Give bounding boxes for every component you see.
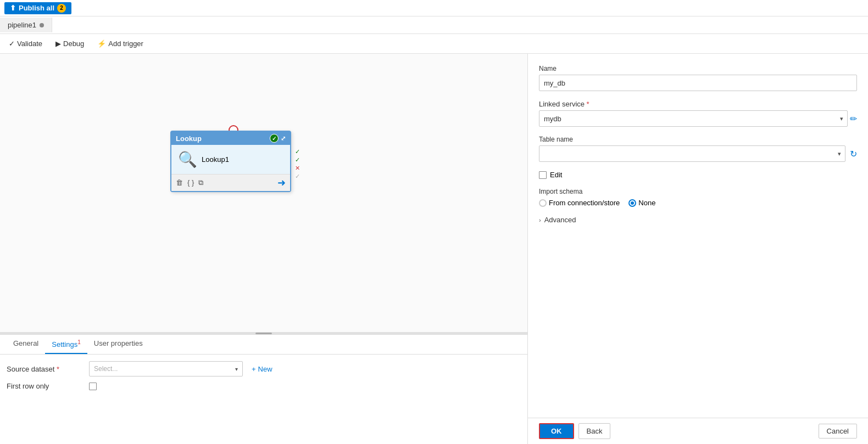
pipeline-canvas: Lookup ✓ ⤢ 🔍 Lookup1 🗑 { } ⧉ xyxy=(0,54,527,334)
lookup-node-body: 🔍 Lookup1 xyxy=(171,145,290,174)
first-row-only-label: First row only xyxy=(7,382,84,390)
tab-general-label: General xyxy=(13,339,38,347)
cancel-button[interactable]: Cancel xyxy=(819,424,857,439)
name-field: Name xyxy=(539,65,857,91)
expand-icon: ⤢ xyxy=(281,135,286,142)
import-schema-label: Import schema xyxy=(539,188,857,195)
refresh-icon[interactable]: ↻ xyxy=(850,149,857,159)
name-label: Name xyxy=(539,65,857,72)
source-dataset-placeholder: Select... xyxy=(94,365,118,373)
publish-all-label: Publish all xyxy=(19,4,54,12)
name-input[interactable] xyxy=(539,75,857,91)
import-schema-section: Import schema From connection/store None xyxy=(539,188,857,207)
first-row-only-checkbox[interactable] xyxy=(89,383,97,390)
new-label: New xyxy=(258,365,272,373)
table-name-label: Table name xyxy=(539,136,857,143)
canvas-area: Lookup ✓ ⤢ 🔍 Lookup1 🗑 { } ⧉ xyxy=(0,54,527,444)
lookup-node-header-icons: ✓ ⤢ xyxy=(270,134,286,143)
linked-service-select-wrapper: mydb xyxy=(539,110,848,127)
radio-from-connection-label: From connection/store xyxy=(549,199,620,207)
add-trigger-label: Add trigger xyxy=(108,40,143,48)
lookup-node-header-left: Lookup xyxy=(176,134,202,143)
publish-badge: 2 xyxy=(57,4,66,13)
lookup-node-toolbar: 🗑 { } ⧉ ➜ xyxy=(171,174,290,191)
bottom-content: Source dataset * Select... ▾ + New First… xyxy=(0,355,527,402)
plus-icon: + xyxy=(252,365,256,373)
linked-service-wrapper: mydb ✏ xyxy=(539,110,857,127)
radio-none-circle xyxy=(628,199,636,207)
table-name-wrapper: ↻ xyxy=(539,145,857,162)
main-content: Lookup ✓ ⤢ 🔍 Lookup1 🗑 { } ⧉ xyxy=(0,54,868,444)
footer-left: OK Back xyxy=(539,423,610,439)
back-button[interactable]: Back xyxy=(578,423,611,439)
radio-none-label: None xyxy=(638,199,655,207)
ok-button[interactable]: OK xyxy=(539,423,574,439)
lookup-node-header: Lookup ✓ ⤢ xyxy=(171,132,290,145)
first-row-only-row: First row only xyxy=(7,382,521,390)
check-icon: ✓ xyxy=(270,134,279,143)
node-arrow-icon[interactable]: ➜ xyxy=(277,177,286,189)
copy-icon[interactable]: ⧉ xyxy=(198,178,203,187)
source-dataset-row: Source dataset * Select... ▾ + New xyxy=(7,361,521,376)
advanced-label: Advanced xyxy=(544,216,576,224)
right-panel-footer: OK Back Cancel xyxy=(528,418,868,444)
tab-user-properties[interactable]: User properties xyxy=(87,335,149,354)
edit-checkbox[interactable] xyxy=(539,171,547,179)
edit-label: Edit xyxy=(550,171,562,179)
validate-label: Validate xyxy=(17,40,42,48)
chevron-right-icon: › xyxy=(539,217,541,223)
trigger-icon: ⚡ xyxy=(97,40,106,48)
advanced-row[interactable]: › Advanced xyxy=(539,216,857,224)
tab-general[interactable]: General xyxy=(7,335,45,354)
code-icon[interactable]: { } xyxy=(187,178,194,187)
radio-from-connection[interactable]: From connection/store xyxy=(539,199,620,207)
add-trigger-button[interactable]: ⚡ Add trigger xyxy=(95,38,146,49)
edit-linked-service-icon[interactable]: ✏ xyxy=(850,114,857,124)
side-x-icon: ✕ xyxy=(295,165,300,172)
linked-service-select[interactable]: mydb xyxy=(539,110,848,127)
lookup-node[interactable]: Lookup ✓ ⤢ 🔍 Lookup1 🗑 { } ⧉ xyxy=(170,131,291,192)
lookup-magnifier-icon: 🔍 xyxy=(178,150,197,168)
pipeline-tab-name: pipeline1 xyxy=(8,21,36,29)
side-check-icon: ✓ xyxy=(295,148,300,155)
side-skip-icon: ✓ xyxy=(295,173,300,180)
settings-badge: 1 xyxy=(77,339,81,345)
lookup-node-side: ✓ ✓ ✕ ✓ xyxy=(295,148,300,180)
new-button[interactable]: + New xyxy=(248,364,276,374)
debug-icon: ▶ xyxy=(55,40,61,48)
tab-user-properties-label: User properties xyxy=(94,339,143,347)
tab-settings[interactable]: Settings1 xyxy=(45,335,87,354)
linked-service-label: Linked service * xyxy=(539,100,857,108)
pipeline-tab-dot xyxy=(40,23,44,27)
lookup-node-toolbar-icons: 🗑 { } ⧉ xyxy=(176,178,203,187)
right-panel: Name Linked service * mydb ✏ Table name xyxy=(527,54,868,444)
side-check2-icon: ✓ xyxy=(295,156,300,164)
lookup-node-name: Lookup1 xyxy=(202,155,229,164)
radio-from-connection-circle xyxy=(539,199,547,207)
bottom-panel: General Settings1 User properties Source… xyxy=(0,334,527,444)
table-name-field: Table name ↻ xyxy=(539,136,857,162)
radio-group: From connection/store None xyxy=(539,199,857,207)
debug-label: Debug xyxy=(63,40,84,48)
tab-settings-label: Settings xyxy=(52,340,77,349)
dropdown-arrow-icon: ▾ xyxy=(235,366,238,372)
upload-icon: ⬆ xyxy=(10,4,16,12)
top-bar: ⬆ Publish all 2 xyxy=(0,0,868,16)
debug-button[interactable]: ▶ Debug xyxy=(53,38,86,49)
source-dataset-label: Source dataset * xyxy=(7,365,84,373)
linked-service-field: Linked service * mydb ✏ xyxy=(539,100,857,127)
publish-all-button[interactable]: ⬆ Publish all 2 xyxy=(4,2,71,14)
lookup-node-title: Lookup xyxy=(176,134,202,143)
source-dataset-dropdown[interactable]: Select... ▾ xyxy=(89,361,243,376)
delete-icon[interactable]: 🗑 xyxy=(176,178,183,187)
validate-icon: ✓ xyxy=(9,40,15,48)
bottom-tabs: General Settings1 User properties xyxy=(0,335,527,355)
edit-checkbox-row: Edit xyxy=(539,171,857,179)
radio-none[interactable]: None xyxy=(628,199,655,207)
validate-button[interactable]: ✓ Validate xyxy=(7,38,44,49)
toolbar: ✓ Validate ▶ Debug ⚡ Add trigger xyxy=(0,34,868,54)
table-name-select-wrapper xyxy=(539,145,845,162)
pipeline-tab[interactable]: pipeline1 xyxy=(0,18,52,32)
pipeline-tab-bar: pipeline1 xyxy=(0,16,868,34)
table-name-select[interactable] xyxy=(539,145,845,162)
